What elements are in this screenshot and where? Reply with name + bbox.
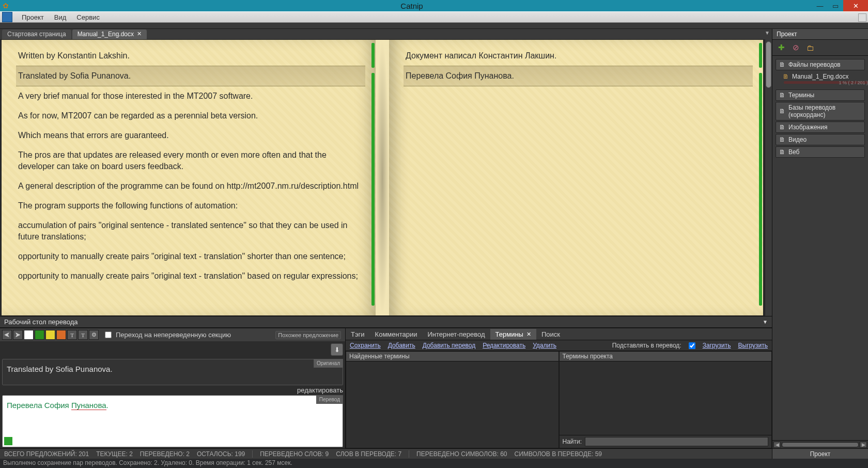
scroll-left-icon[interactable]: ◀ [773,442,781,448]
project-panel-title: Проект [772,29,868,40]
nav-prev-button[interactable]: ⮜ [2,330,12,340]
translation-text: . [106,401,109,410]
maximize-button[interactable]: ▭ [828,0,843,11]
tab-tags[interactable]: Тэги [346,329,370,340]
status-total: ВСЕГО ПРЕДЛОЖЕНИЙ: 201 [4,450,89,458]
progress-marker [759,73,762,306]
status-yellow-button[interactable] [45,330,55,340]
source-segment[interactable]: The program supports the following funct… [16,196,365,216]
source-segment[interactable]: A general description of the programme c… [16,176,365,196]
tree-video[interactable]: 🗎Видео [776,134,865,145]
folder-icon: 🗎 [779,108,785,115]
menu-service[interactable]: Сервис [71,13,105,21]
target-page[interactable]: Документ написал Константин Лакшин.Перев… [389,40,763,315]
status-green-button[interactable] [35,330,44,340]
format-button[interactable]: T [67,330,77,340]
source-segment[interactable]: A very brief manual for those interested… [16,86,365,106]
source-segment[interactable]: Translated by Sofia Punanova. [16,66,365,86]
statusbar: ВСЕГО ПРЕДЛОЖЕНИЙ: 201 ТЕКУЩЕЕ: 2 ПЕРЕВЕ… [0,448,772,459]
term-unload-link[interactable]: Выгрузить [738,342,768,349]
scrollbar-thumb[interactable] [766,41,771,88]
source-segment[interactable]: opportunity to manually create pairs "or… [16,266,365,286]
tree-translation-memory[interactable]: 🗎Базы переводов (коркорданс) [776,102,865,120]
term-save-link[interactable]: Сохранить [350,342,381,349]
tab-manual-doc[interactable]: Manual_1_Eng.docx ✕ [72,29,147,39]
source-segment[interactable]: accumulation of pairs "original sentence… [16,216,365,247]
scroll-right-icon[interactable]: ▶ [860,442,867,448]
status-words-in: СЛОВ В ПЕРЕВОДЕ: 7 [336,450,401,458]
insert-translation-checkbox[interactable] [689,342,695,349]
tree-label: Базы переводов (коркорданс) [788,104,861,118]
translation-text-underlined: Пунанова [71,401,106,410]
project-remove-icon[interactable]: ⊘ [790,42,801,53]
copy-down-button[interactable]: ⬇ [331,343,343,356]
footer-statusline: Выполнено сохранение пар переводов. Сохр… [0,459,868,468]
tree-file-progress: 1 % ( 2 / 201 ) [784,81,868,87]
scroll-track[interactable] [782,442,859,447]
status-orange-button[interactable] [56,330,66,340]
menu-view[interactable]: Вид [49,13,72,21]
tree-images[interactable]: 🗎Изображения [776,122,865,133]
book-scrollbar[interactable] [765,39,772,316]
tree-web[interactable]: 🗎Веб [776,146,865,158]
found-terms-list[interactable] [346,361,559,448]
project-add-icon[interactable]: ✚ [776,42,787,53]
project-footer-tab[interactable]: Проект [772,448,868,459]
project-hscroll[interactable]: ◀ ▶ [772,440,868,448]
minimize-button[interactable]: — [812,0,828,11]
find-input[interactable] [585,437,768,446]
nav-next-button[interactable]: ⮞ [13,330,23,340]
translation-badge: Перевод [316,395,343,404]
term-load-link[interactable]: Загрузить [703,342,731,349]
project-terms-list[interactable] [560,361,772,435]
status-white-button[interactable] [24,330,34,340]
tab-label: Термины [495,330,523,338]
segment-status-flag [4,437,12,445]
translate-panel-title: Рабочий стол перевода [4,318,78,326]
translation-edit-box[interactable]: Перевела София Пунанова. Перевод [2,395,343,447]
settings-gear-icon[interactable]: ⚙ [89,330,99,340]
source-segment[interactable]: The pros are that updates are released e… [16,145,365,176]
menubar-collapse-button[interactable] [858,13,866,22]
menu-project[interactable]: Проект [17,13,49,21]
target-segment[interactable]: Документ написал Константин Лакшин. [404,46,753,66]
tab-terms[interactable]: Термины ✕ [490,329,536,340]
term-add-translation-link[interactable]: Добавить перевод [423,342,476,349]
goto-untranslated-checkbox[interactable] [105,331,112,338]
tabs-overflow-button[interactable]: ▼ [765,30,770,36]
target-segment[interactable]: Перевела София Пунанова. [404,66,753,86]
term-edit-link[interactable]: Редактировать [483,342,525,349]
project-folder-icon[interactable]: 🗀 [804,42,816,53]
progress-text: 1 % ( 2 / 201 ) [839,80,868,85]
tree-translation-files[interactable]: 🗎 Файлы переводов [776,59,865,70]
tab-start-page[interactable]: Стартовая страница [2,29,71,39]
status-remaining: ОСТАЛОСЬ: 199 [197,450,245,458]
source-segment[interactable]: opportunity to manually create pairs "or… [16,247,365,266]
close-button[interactable]: ✕ [843,0,868,11]
panel-overflow-button[interactable]: ▼ [763,319,768,325]
folder-icon: 🗎 [779,124,785,131]
folder-icon: 🗎 [779,136,785,143]
tree-file-label: Manual_1_Eng.docx [792,73,848,80]
tab-comments[interactable]: Комментарии [370,329,423,340]
tab-close-icon[interactable]: ✕ [137,31,142,37]
term-delete-link[interactable]: Удалить [533,342,556,349]
source-segment[interactable]: Which means that errors are guaranteed. [16,126,365,145]
tab-search[interactable]: Поиск [536,329,565,340]
term-add-link[interactable]: Добавить [388,342,415,349]
tree-terms[interactable]: 🗎Термины [776,89,865,101]
app-icon: ✿ [0,0,11,11]
source-page[interactable]: Written by Konstantin Lakshin.Translated… [2,40,376,315]
format-button-2[interactable]: T [78,330,88,340]
tab-web-translate[interactable]: Интернет-перевод [422,329,490,340]
found-terms-header: Найденные термины [346,352,559,361]
source-segment[interactable]: Written by Konstantin Lakshin. [16,46,365,66]
tab-close-icon[interactable]: ✕ [526,331,531,338]
document-tabs: Стартовая страница Manual_1_Eng.docx ✕ ▼ [0,29,772,39]
source-segment[interactable]: As for now, MT2007 can be regarded as a … [16,106,365,126]
original-badge: Оригинал [314,359,343,368]
project-tree[interactable]: 🗎 Файлы переводов 🗎 Manual_1_Eng.docx 1 … [772,56,868,440]
system-menu-icon[interactable] [2,12,12,22]
menubar: Проект Вид Сервис [0,11,868,23]
tree-file-item[interactable]: 🗎 Manual_1_Eng.docx [772,71,868,80]
